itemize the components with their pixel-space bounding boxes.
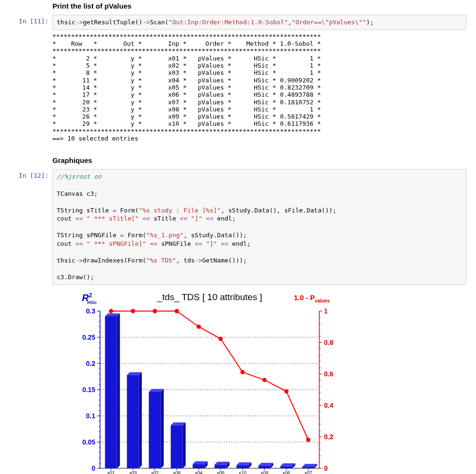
svg-point-139	[284, 389, 289, 393]
svg-marker-84	[139, 372, 142, 468]
code-tok: endl;	[213, 215, 236, 222]
code-tok: <<	[206, 215, 213, 222]
svg-text:0.8: 0.8	[324, 339, 334, 346]
code-tok: <<	[142, 215, 150, 222]
code-tok: GetName()));	[202, 257, 247, 264]
code-tok: sTitle	[150, 215, 180, 222]
code-tok: endl;	[228, 240, 251, 247]
svg-text:0.2: 0.2	[324, 433, 334, 441]
svg-point-132	[131, 309, 135, 313]
svg-point-137	[241, 370, 245, 374]
heading-pvalues: Print the list of pValues	[52, 2, 466, 10]
code-tok: <<	[75, 240, 83, 247]
svg-text:x09: x09	[261, 471, 269, 474]
code-tok: getResultTuple()	[83, 19, 142, 26]
code-tok: "%s study : File [%s]"	[139, 207, 221, 214]
svg-text:0.3: 0.3	[86, 307, 96, 315]
code-tok: "%s TDS"	[146, 257, 176, 264]
prompt-in-12: In [12]:	[0, 169, 52, 179]
code-tok: ->	[75, 257, 83, 264]
svg-text:1: 1	[324, 307, 328, 315]
svg-point-136	[219, 336, 223, 341]
svg-text:x08: x08	[173, 471, 181, 474]
code-tok: Form(	[116, 207, 139, 214]
code-tok: ->	[142, 19, 150, 26]
chart-output: _tds_ TDS [ 10 attributes ]R2HSic1.0 - P…	[67, 290, 334, 474]
svg-text:x01: x01	[107, 471, 115, 474]
svg-rect-83	[105, 316, 117, 468]
code-tok: "]"	[206, 240, 217, 247]
svg-point-131	[109, 309, 113, 313]
code-tok: //%jsroot on	[57, 173, 101, 180]
code-tok: "%s_1.png"	[146, 232, 183, 239]
code-tok: TString sTitle	[57, 207, 112, 214]
svg-marker-90	[183, 422, 186, 468]
code-tok: <<	[75, 215, 83, 222]
code-tok: ->	[75, 19, 83, 26]
code-tok: cout	[57, 215, 75, 222]
svg-point-133	[153, 309, 157, 313]
svg-text:x06: x06	[283, 471, 291, 474]
svg-marker-81	[117, 313, 120, 468]
svg-text:0.25: 0.25	[82, 333, 95, 341]
svg-text:x04: x04	[195, 471, 203, 474]
prompt-spacer: .	[0, 0, 52, 10]
code-tok: <<	[195, 240, 203, 247]
code-tok: <<	[221, 240, 228, 247]
code-tok: " *** sPNGFile["	[87, 240, 146, 247]
svg-text:0.05: 0.05	[82, 438, 95, 446]
prompt-spacer: .	[0, 30, 52, 40]
prompt-spacer: .	[0, 285, 52, 295]
code-tok: , tds	[176, 257, 194, 264]
code-tok: c3.Draw();	[57, 273, 94, 281]
code-tok	[146, 240, 150, 247]
code-tok	[202, 215, 206, 222]
svg-rect-101	[236, 465, 248, 468]
svg-text:0: 0	[91, 464, 95, 472]
svg-rect-98	[214, 464, 226, 468]
svg-text:x03: x03	[129, 471, 137, 474]
svg-rect-107	[280, 466, 292, 468]
code-tok: );	[366, 19, 374, 26]
svg-text:0: 0	[324, 464, 328, 472]
svg-text:x07: x07	[304, 471, 313, 474]
svg-rect-86	[127, 375, 139, 468]
code-tok: , sStudy.Data());	[183, 232, 247, 239]
code-tok	[202, 240, 206, 247]
heading-graphiques: Graphiques	[52, 156, 466, 164]
svg-text:1.0 - Pvalues: 1.0 - Pvalues	[294, 293, 330, 303]
svg-point-140	[306, 437, 311, 442]
prompt-spacer: .	[0, 154, 52, 164]
code-tok	[187, 215, 191, 222]
code-tok: "Out:Inp:Order:Method:1.0-Sobol"	[169, 19, 288, 26]
code-tok: ,	[288, 19, 292, 26]
code-tok: ->	[195, 257, 203, 264]
code-tok: Form(	[124, 232, 146, 239]
svg-text:0.2: 0.2	[86, 360, 96, 367]
code-tok: " *** sTitle["	[87, 215, 139, 222]
code-tok	[83, 215, 87, 222]
code-tok: <<	[150, 240, 158, 247]
code-tok: thsic	[57, 257, 75, 264]
output-11: ****************************************…	[52, 33, 466, 142]
svg-rect-95	[192, 464, 204, 468]
code-tok	[83, 240, 87, 247]
code-input-12[interactable]: //%jsroot on TCanvas c3; TString sTitle …	[52, 169, 466, 284]
svg-text:x02: x02	[151, 471, 159, 474]
svg-text:x10: x10	[239, 471, 247, 474]
prompt-in-11: In [11]:	[0, 15, 52, 25]
svg-text:0.6: 0.6	[324, 370, 334, 378]
svg-text:R2HSic: R2HSic	[82, 292, 97, 305]
svg-point-135	[197, 324, 201, 329]
code-tok: cout	[57, 240, 75, 247]
svg-text:0.15: 0.15	[82, 386, 95, 393]
svg-text:x05: x05	[217, 471, 225, 474]
code-tok	[139, 215, 142, 222]
code-input-11[interactable]: thsic->getResultTuple()->Scan("Out:Inp:O…	[52, 15, 466, 30]
svg-rect-92	[171, 425, 182, 468]
code-tok: "]"	[191, 215, 202, 222]
svg-marker-87	[161, 389, 164, 468]
code-tok: thsic	[57, 19, 75, 26]
svg-point-138	[263, 378, 267, 382]
code-tok: Scan(	[150, 19, 169, 26]
